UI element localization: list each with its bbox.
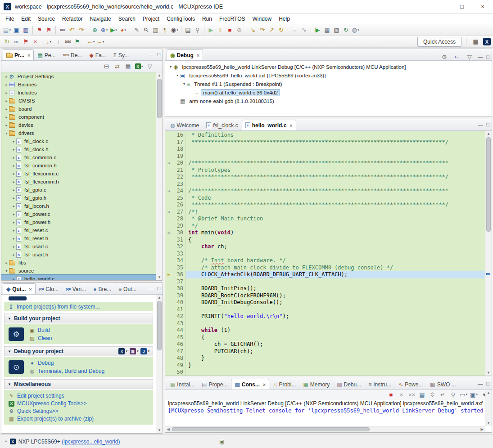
tree-item-fsl-power-h[interactable]: ▸hfsl_power.h xyxy=(1,218,163,226)
code-text[interactable]: ****************************************… xyxy=(186,139,485,146)
close-icon[interactable]: × xyxy=(263,382,266,387)
fold-gutter[interactable] xyxy=(165,139,172,146)
fold-gutter[interactable] xyxy=(165,202,172,209)
expander-icon[interactable]: ▸ xyxy=(11,212,16,216)
scroll-down-icon[interactable]: ▼ xyxy=(156,274,163,280)
toolbar-perspective-grid-button[interactable]: ▦ xyxy=(471,37,480,47)
code-text[interactable]: */ xyxy=(186,223,485,230)
section-header-build-your-project[interactable]: ▼Build your project xyxy=(4,314,153,323)
fold-gutter[interactable] xyxy=(165,369,172,376)
editor-tab-welcome[interactable]: ◍Welcome xyxy=(167,120,203,130)
fold-gutter[interactable]: ⊖ xyxy=(165,188,172,195)
tree-item-fsl-iocon-h[interactable]: ▸hfsl_iocon.h xyxy=(1,202,163,210)
expander-icon[interactable]: ▸ xyxy=(11,139,16,143)
console-tab-memory[interactable]: ▦Memory xyxy=(299,379,333,390)
debug-tree-item[interactable]: ▦arm-none-eabi-gdb (8.1.0.20180315) xyxy=(165,97,492,105)
menu-source[interactable]: Source xyxy=(34,14,59,24)
debug-tree-item[interactable]: →main() at hello_world.c:36 0x4d2 xyxy=(165,88,492,97)
toolbar-welcome-world-button[interactable]: ◍▾ xyxy=(351,25,360,35)
collapse-twisty-icon[interactable]: ▼ xyxy=(8,317,11,321)
quickstart-tab-bre[interactable]: ●Bre... xyxy=(90,283,115,294)
explorer-tab-fa[interactable]: ◆Fa... xyxy=(86,49,109,60)
fold-gutter[interactable] xyxy=(165,362,172,369)
tree-item-fsl-common-h[interactable]: ▸hfsl_common.h xyxy=(1,161,163,170)
collapse-twisty-icon[interactable]: ▼ xyxy=(8,349,11,354)
overview-ruler-marker[interactable] xyxy=(486,273,490,275)
explorer-tab-pe[interactable]: ▦Pe... xyxy=(34,49,59,60)
maximize-view-icon[interactable]: □ xyxy=(486,54,489,59)
maximize-button[interactable]: □ xyxy=(452,0,472,13)
menu-file[interactable]: File xyxy=(2,14,18,24)
collapse-twisty-icon[interactable]: ▼ xyxy=(8,382,11,386)
toolbar-memory-view-button[interactable]: ▧ xyxy=(332,25,341,35)
fold-gutter[interactable] xyxy=(165,327,172,334)
toolbar-show-debug-toolbar-button[interactable]: i→ xyxy=(452,52,461,62)
tree-item-libs[interactable]: ▸libs xyxy=(1,259,163,267)
expander-icon[interactable]: ▸ xyxy=(11,253,16,257)
code-text[interactable]: /*! xyxy=(186,209,485,216)
toolbar-pin-red-button[interactable]: ⚑ xyxy=(22,37,30,47)
toolbar-terminate-button[interactable]: ■ xyxy=(226,25,234,35)
minimize-view-icon[interactable]: — xyxy=(478,381,483,386)
code-text[interactable]: { xyxy=(186,334,485,341)
minimize-view-icon[interactable]: — xyxy=(149,286,154,291)
toolbar-pin-editor-button[interactable]: ⚲ xyxy=(193,25,202,35)
toolbar-suspend-button[interactable]: ‖ xyxy=(216,25,225,35)
toolbar-instruction-stepping-button[interactable]: ≡ xyxy=(290,25,299,35)
code-text[interactable]: PUTCHAR(ch); xyxy=(186,348,485,355)
scroll-up-icon[interactable]: ▲ xyxy=(485,131,492,137)
fold-gutter[interactable] xyxy=(165,215,172,223)
fold-gutter[interactable] xyxy=(165,146,172,153)
code-text[interactable] xyxy=(186,146,485,153)
tree-item-component[interactable]: ▸component xyxy=(1,113,163,121)
toolbar-step-return-button[interactable]: ↗ xyxy=(267,25,276,35)
tree-item-binaries[interactable]: ▸0101Binaries xyxy=(1,81,163,89)
status-center-icon[interactable]: ▣ xyxy=(219,439,224,444)
editor-scrollbar[interactable]: ▲ ▼ xyxy=(485,131,492,376)
maximize-view-icon[interactable]: □ xyxy=(157,286,160,291)
toolbar-save-all-button[interactable]: ▥ xyxy=(22,25,30,35)
fold-gutter[interactable] xyxy=(165,355,172,362)
toolbar-counter-1010-button[interactable]: 1010 xyxy=(63,37,72,47)
expander-icon[interactable]: ▸ xyxy=(4,123,9,127)
toolbar-sort-down-button[interactable]: ↓▾ xyxy=(45,37,53,47)
tree-item-fsl-usart-c[interactable]: ▸cfsl_usart.c xyxy=(1,242,163,251)
toolbar-debug-launch-button[interactable]: ▶▾ xyxy=(109,25,118,35)
fold-gutter[interactable] xyxy=(165,243,172,251)
action-link-edit-project-settings[interactable]: ✎Edit project settings xyxy=(9,393,64,399)
tree-item-fsl-flexcomm-c[interactable]: ▸cfsl_flexcomm.c xyxy=(1,170,163,178)
scroll-right-icon[interactable]: ▶ xyxy=(479,426,485,432)
fold-gutter[interactable] xyxy=(165,306,172,314)
console-tab-debu[interactable]: ▥Debu... xyxy=(333,379,365,390)
toolbar-user-profile-button[interactable]: ◉▾ xyxy=(170,25,179,35)
tree-item-drivers[interactable]: ▾drivers xyxy=(1,129,163,137)
tree-item-hello-world-c[interactable]: ▸chello_world.c xyxy=(1,275,163,280)
menu-help[interactable]: Help xyxy=(275,14,294,24)
code-text[interactable]: * Prototypes xyxy=(186,167,485,174)
toolbar-new-element-button[interactable]: ✎ xyxy=(132,25,141,35)
code-text[interactable]: BOARD_InitDebugConsole(); xyxy=(186,299,485,306)
console-tab-powe[interactable]: ∿Powe... xyxy=(395,379,426,390)
scroll-down-icon[interactable]: ▼ xyxy=(156,427,163,433)
tree-item-fsl-reset-h[interactable]: ▸hfsl_reset.h xyxy=(1,234,163,242)
toolbar-remove-launch-button[interactable]: × xyxy=(397,390,406,399)
quickstart-tab-qui[interactable]: ◈Qui...× xyxy=(3,283,36,294)
code-text[interactable]: PRINTF("hello world.\r\n"); xyxy=(186,313,485,320)
toolbar-open-console-button[interactable]: ▣▾ xyxy=(470,390,478,399)
code-text[interactable] xyxy=(186,306,485,314)
code-text[interactable]: ch = GETCHAR(); xyxy=(186,341,485,348)
maximize-view-icon[interactable]: □ xyxy=(486,122,489,127)
console-tab-prope[interactable]: ▤Prope... xyxy=(198,379,231,390)
tree-item-fsl-gpio-h[interactable]: ▸hfsl_gpio.h xyxy=(1,194,163,202)
fold-gutter[interactable]: ⊖ xyxy=(165,160,172,167)
code-text[interactable]: } xyxy=(186,362,485,369)
code-text[interactable]: /* Init board hardware. */ xyxy=(186,257,485,264)
expander-icon[interactable]: ▸ xyxy=(4,261,9,265)
toolbar-remove-all-terminated-button[interactable]: ⚙ xyxy=(440,52,448,62)
fold-gutter[interactable] xyxy=(165,167,172,174)
tree-item-fsl-power-c[interactable]: ▸cfsl_power.c xyxy=(1,210,163,218)
explorer-tab-re[interactable]: 1010Re... xyxy=(59,49,86,60)
menu-freertos[interactable]: FreeRTOS xyxy=(216,14,249,24)
action-link-mcuxpresso-config-tools[interactable]: XMCUXpresso Config Tools>> xyxy=(9,400,87,407)
debug-tree-item[interactable]: ▾≡Thread #1 1 (Suspended : Breakpoint) xyxy=(165,80,492,88)
